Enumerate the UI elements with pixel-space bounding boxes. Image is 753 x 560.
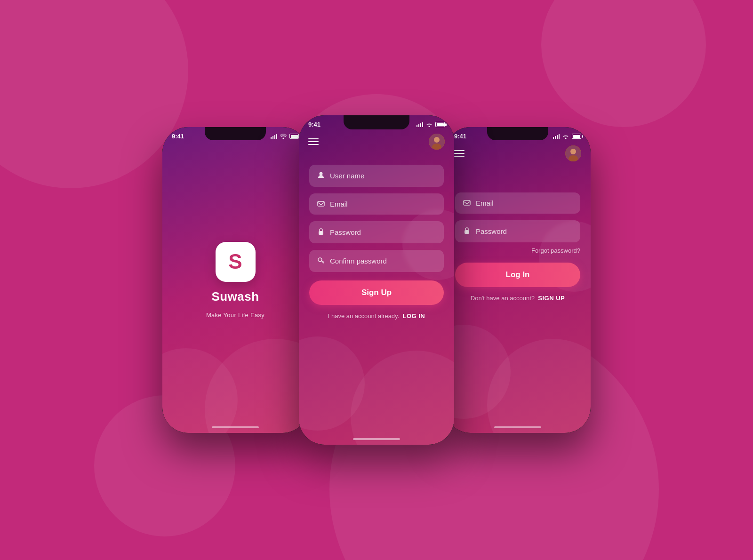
email-icon-login <box>463 199 471 207</box>
username-field[interactable]: User name <box>309 165 444 187</box>
splash-screen: 9:41 <box>162 127 308 433</box>
splash-logo-letter: S <box>228 250 242 273</box>
home-indicator-center <box>353 438 400 440</box>
email-label-login: Email <box>476 199 494 207</box>
battery-icon-center <box>435 122 445 127</box>
sign-up-link[interactable]: SIGN UP <box>538 295 565 302</box>
signup-form-body: User name Email <box>299 155 454 445</box>
email-field-login[interactable]: Email <box>455 192 580 214</box>
password-label-login: Password <box>476 227 507 235</box>
login-button[interactable]: Log In <box>455 263 580 287</box>
email-field-signup[interactable]: Email <box>309 193 444 215</box>
password-field-login[interactable]: Password <box>455 220 580 242</box>
lock-icon-login <box>463 227 471 236</box>
svg-point-6 <box>320 232 322 234</box>
svg-point-9 <box>570 149 576 154</box>
key-icon <box>317 256 325 265</box>
svg-rect-11 <box>464 200 470 205</box>
password-label-signup: Password <box>330 228 361 236</box>
phone-login: 9:41 <box>445 127 591 433</box>
notch-right <box>487 127 548 140</box>
home-indicator-right <box>494 426 541 428</box>
lock-icon-signup <box>317 228 325 237</box>
home-indicator-left <box>212 426 259 428</box>
status-time-right: 9:41 <box>454 133 466 140</box>
status-time-left: 9:41 <box>172 133 184 140</box>
have-account-text: I have an account already. LOG IN <box>309 312 444 320</box>
signal-icon-center <box>417 122 423 127</box>
svg-point-13 <box>466 232 468 233</box>
log-in-link[interactable]: LOG IN <box>402 312 425 320</box>
email-icon-signup <box>317 200 325 208</box>
login-screen: 9:41 <box>445 127 591 433</box>
app-name: Suwash <box>211 289 259 304</box>
avatar-signup[interactable] <box>429 134 445 150</box>
status-time-center: 9:41 <box>308 121 320 128</box>
avatar-login[interactable] <box>565 145 581 161</box>
hamburger-menu-login[interactable] <box>454 150 465 157</box>
confirm-password-field[interactable]: Confirm password <box>309 250 444 272</box>
password-field-signup[interactable]: Password <box>309 221 444 243</box>
email-label-signup: Email <box>330 200 348 208</box>
status-icons-center <box>417 122 445 127</box>
signal-icon-left <box>271 134 277 139</box>
svg-point-3 <box>320 172 323 176</box>
svg-rect-4 <box>318 201 324 206</box>
notch-left <box>205 127 266 140</box>
login-form-body: Email Password Forgot p <box>445 167 591 433</box>
username-label: User name <box>330 172 364 180</box>
battery-icon-left <box>289 134 299 139</box>
form-header-login <box>445 142 591 167</box>
forgot-password-text[interactable]: Forgot password? <box>455 247 580 254</box>
no-account-text: Don't have an account? SIGN UP <box>455 295 580 302</box>
status-icons-right <box>553 134 581 139</box>
battery-icon-right <box>572 134 581 139</box>
form-header-signup <box>299 130 454 155</box>
phones-container: 9:41 <box>162 115 591 445</box>
signup-button[interactable]: Sign Up <box>309 280 444 305</box>
phone-signup: 9:41 <box>299 115 454 445</box>
wifi-icon-right <box>562 134 569 139</box>
user-icon <box>317 171 325 180</box>
status-icons-left <box>271 134 299 139</box>
splash-logo: S <box>216 242 256 282</box>
wifi-icon-left <box>280 134 287 139</box>
hamburger-menu-signup[interactable] <box>308 138 319 145</box>
notch-center <box>344 115 409 129</box>
signup-screen: 9:41 <box>299 115 454 445</box>
confirm-password-label: Confirm password <box>330 257 387 265</box>
wifi-icon-center <box>426 122 433 127</box>
svg-point-1 <box>434 137 440 143</box>
phone-splash: 9:41 <box>162 127 308 433</box>
app-tagline: Make Your Life Easy <box>206 312 264 319</box>
signal-icon-right <box>553 134 560 139</box>
